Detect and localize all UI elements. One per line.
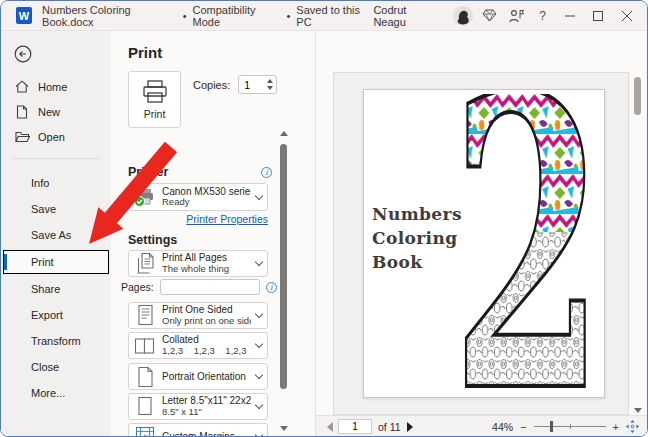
- chevron-down-icon: [255, 371, 263, 379]
- compatibility-mode-label: Compatibility Mode: [193, 4, 281, 28]
- home-icon: [14, 80, 30, 93]
- sidebar-item-close[interactable]: Close: [1, 356, 111, 378]
- letter-paper-icon: [133, 396, 157, 417]
- page-count-label: of 11: [378, 421, 401, 433]
- spinner-down-icon[interactable]: [267, 86, 273, 90]
- chevron-down-icon: [255, 340, 263, 348]
- open-folder-icon: [14, 131, 30, 143]
- person-flag-icon[interactable]: [503, 1, 529, 31]
- doc-name: Numbers Coloring Book.docx: [42, 4, 177, 28]
- sidebar-divider: [13, 158, 99, 159]
- sidebar-item-transform[interactable]: Transform: [1, 330, 111, 352]
- portrait-orientation-icon: [133, 366, 157, 388]
- printer-ready-icon: [133, 188, 157, 207]
- sidebar-item-label: Open: [38, 131, 65, 143]
- sidebar-item-label: New: [38, 106, 60, 118]
- sidebar-item-home[interactable]: Home: [1, 74, 111, 99]
- zoom-in-button[interactable]: +: [613, 421, 619, 433]
- printer-properties-link[interactable]: Printer Properties: [128, 213, 268, 225]
- orientation-dropdown[interactable]: Portrait Orientation: [128, 363, 268, 390]
- next-page-icon[interactable]: [407, 422, 413, 432]
- chevron-down-icon: [255, 258, 263, 266]
- chevron-down-icon: [255, 310, 263, 318]
- collation-dropdown[interactable]: Collated 1,2,3 1,2,3 1,2,3: [128, 332, 268, 359]
- sidebar-item-print[interactable]: Print: [3, 250, 109, 274]
- sidebar-item-save-as[interactable]: Save As: [1, 224, 111, 246]
- print-all-pages-icon: [133, 252, 157, 275]
- sidebar-item-label: Home: [38, 81, 67, 93]
- sidebar-item-export[interactable]: Export: [1, 304, 111, 326]
- scrollbar-thumb[interactable]: [280, 144, 287, 389]
- print-one-sided-icon: [133, 304, 157, 327]
- chevron-down-icon: [255, 401, 263, 409]
- help-icon[interactable]: ?: [529, 1, 555, 31]
- print-button[interactable]: Print: [128, 71, 181, 128]
- sidebar-item-save[interactable]: Save: [1, 198, 111, 220]
- scroll-down-icon[interactable]: [280, 426, 288, 431]
- print-sides-dropdown[interactable]: Print One Sided Only print on one side o…: [128, 302, 268, 329]
- settings-scrollbar[interactable]: [278, 131, 289, 431]
- margins-dropdown[interactable]: Custom Margins: [128, 423, 268, 437]
- pages-label: Pages:: [121, 281, 154, 293]
- current-page-input[interactable]: [338, 419, 372, 434]
- printer-section-heading: Printer: [128, 165, 168, 179]
- print-preview-panel: Numbers Coloring Book: [316, 31, 647, 437]
- user-name[interactable]: Codrut Neagu: [373, 4, 438, 28]
- zoom-percent[interactable]: 44%: [492, 421, 513, 433]
- sidebar-item-new[interactable]: New: [1, 99, 111, 124]
- document-title: Numbers Coloring Book.docx • Compatibili…: [42, 4, 373, 28]
- decorative-numeral-2: 2 2 2: [452, 94, 604, 394]
- scroll-up-icon[interactable]: [280, 131, 288, 136]
- sidebar-item-info[interactable]: Info: [1, 172, 111, 194]
- print-settings-panel: Print Print Copies:: [111, 31, 316, 437]
- sidebar-item-more[interactable]: More...: [1, 382, 111, 404]
- printer-status: Ready: [162, 197, 251, 208]
- new-document-icon: [14, 105, 30, 119]
- paper-size-dropdown[interactable]: Letter 8.5"x11" 22x28cm 8.5" x 11": [128, 393, 268, 420]
- sidebar-item-share[interactable]: Share: [1, 278, 111, 300]
- sidebar-item-open[interactable]: Open: [1, 124, 111, 149]
- gem-icon[interactable]: [477, 1, 503, 31]
- separator-dot: •: [286, 10, 290, 22]
- word-logo: W: [16, 7, 32, 24]
- preview-scrollbar[interactable]: [632, 73, 643, 413]
- pages-input[interactable]: [160, 279, 260, 295]
- document-cover-title: Numbers Coloring Book: [372, 202, 462, 274]
- page-title: Print: [128, 44, 162, 61]
- back-button[interactable]: [14, 44, 34, 64]
- minimize-button[interactable]: [556, 1, 584, 31]
- scroll-down-icon[interactable]: [634, 408, 642, 413]
- print-button-label: Print: [144, 108, 166, 120]
- preview-statusbar: of 11 44% − +: [316, 415, 647, 437]
- printer-name: Canon MX530 series Printer: [162, 186, 251, 198]
- scrollbar-thumb[interactable]: [634, 77, 641, 115]
- separator-dot: •: [183, 10, 187, 22]
- zoom-slider-thumb[interactable]: [550, 421, 553, 432]
- svg-text:2: 2: [452, 94, 604, 394]
- previous-page-icon[interactable]: [327, 422, 333, 432]
- backstage-sidebar: Home New Open Info Save Save As Print Sh…: [1, 31, 111, 437]
- printer-icon: [142, 80, 168, 104]
- print-range-dropdown[interactable]: Print All Pages The whole thing: [128, 250, 268, 277]
- close-button[interactable]: [613, 1, 641, 31]
- user-avatar[interactable]: [450, 1, 476, 31]
- zoom-slider[interactable]: [534, 426, 606, 427]
- info-icon[interactable]: i: [266, 282, 277, 293]
- copies-label: Copies:: [193, 79, 230, 91]
- copies-input[interactable]: [244, 79, 264, 91]
- back-arrow-icon: [14, 45, 32, 63]
- maximize-button[interactable]: [584, 1, 612, 31]
- printer-dropdown[interactable]: Canon MX530 series Printer Ready: [128, 183, 268, 211]
- preview-page: Numbers Coloring Book: [363, 89, 605, 398]
- info-icon[interactable]: i: [261, 167, 272, 178]
- word-window: W Numbers Coloring Book.docx • Compatibi…: [0, 0, 648, 437]
- collated-icon: [133, 337, 157, 355]
- settings-section-heading: Settings: [128, 233, 177, 247]
- custom-margins-icon: [133, 426, 157, 437]
- copies-stepper[interactable]: [238, 75, 277, 94]
- fit-to-page-icon[interactable]: [626, 420, 639, 433]
- preview-viewport: Numbers Coloring Book: [333, 72, 629, 415]
- zoom-out-button[interactable]: −: [520, 421, 526, 433]
- spinner-up-icon[interactable]: [267, 79, 273, 83]
- save-status: Saved to this PC: [296, 4, 373, 28]
